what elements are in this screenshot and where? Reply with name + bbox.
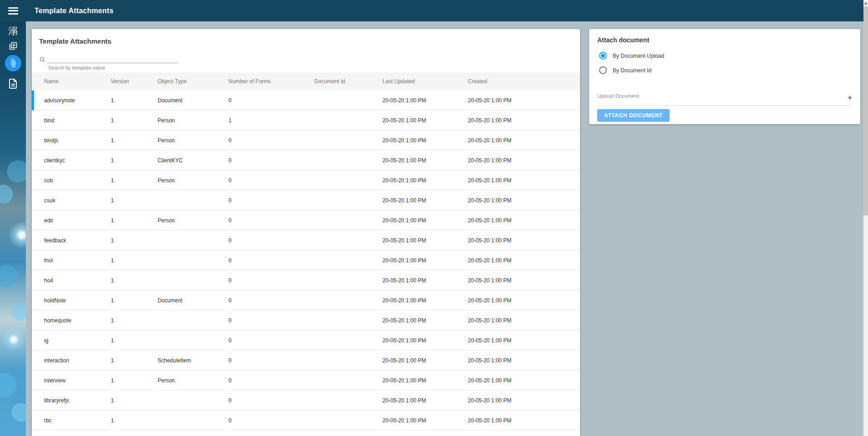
cell-version: 1 (111, 337, 158, 344)
cell-last-updated: 20-05-20 1:00 PM (382, 217, 468, 224)
sidebar-item-attachments[interactable] (0, 55, 26, 71)
col-header-last-updated[interactable]: Last Updated (382, 78, 468, 85)
cell-created: 20-05-20 1:00 PM (468, 337, 573, 344)
table-row[interactable]: edit 1 Person 0 20-05-20 1:00 PM 20-05-2… (32, 210, 580, 231)
cell-name: csuk (44, 197, 111, 204)
cell-last-updated: 20-05-20 1:00 PM (382, 357, 468, 364)
col-header-number-of-forms[interactable]: Number of Forms (228, 78, 314, 85)
table-row[interactable]: interaction 1 ScheduleItem 0 20-05-20 1:… (32, 351, 580, 371)
cell-object-type: Person (158, 377, 228, 384)
cell-created: 20-05-20 1:00 PM (468, 397, 573, 404)
radio-by-document-upload[interactable]: By Document Upload (599, 52, 860, 60)
cell-number-of-forms: 0 (228, 337, 314, 344)
upload-underline (597, 105, 852, 106)
col-header-object-type[interactable]: Object Type (158, 78, 228, 85)
table-row[interactable]: feedback 1 0 20-05-20 1:00 PM 20-05-20 1… (32, 231, 580, 251)
table-row[interactable]: csuk 1 0 20-05-20 1:00 PM 20-05-20 1:00 … (32, 190, 580, 210)
cell-number-of-forms: 0 (228, 397, 314, 404)
table-row[interactable]: ig 1 0 20-05-20 1:00 PM 20-05-20 1:00 PM (32, 331, 580, 351)
attach-document-panel: Attach document By Document Upload By Do… (589, 29, 860, 124)
cell-version: 1 (111, 377, 158, 384)
cell-name: holdNote (44, 297, 111, 304)
add-file-icon[interactable]: + (848, 94, 852, 101)
cell-name: libraryrefjs (44, 397, 111, 404)
paperclip-icon (9, 59, 18, 68)
cell-number-of-forms: 0 (228, 97, 314, 104)
col-header-version[interactable]: Version (111, 78, 158, 85)
attach-panel-title: Attach document (589, 29, 860, 44)
search-placeholder-label: Search by template name (48, 65, 105, 70)
cell-version: 1 (111, 317, 158, 324)
table-row[interactable]: holdNote 1 Document 0 20-05-20 1:00 PM 2… (32, 291, 580, 311)
app-header: Template Attachments (0, 0, 863, 21)
radio-by-document-id[interactable]: By Document Id (599, 66, 860, 74)
table-row[interactable]: homequote 1 0 20-05-20 1:00 PM 20-05-20 … (32, 311, 580, 331)
table-row[interactable]: advisorynote 1 Document 0 20-05-20 1:00 … (32, 90, 580, 110)
attach-document-button[interactable]: ATTACH DOCUMENT (597, 109, 670, 121)
template-attachments-card: Template Attachments Search by template … (32, 29, 580, 436)
cell-created: 20-05-20 1:00 PM (468, 237, 573, 244)
active-item-circle (5, 55, 21, 71)
cell-number-of-forms: 0 (228, 417, 314, 424)
cell-number-of-forms: 0 (228, 137, 314, 144)
cell-name: advisorynote (44, 97, 111, 104)
table-row[interactable]: bind 1 Person 1 20-05-20 1:00 PM 20-05-2… (32, 110, 580, 130)
table-row[interactable]: interview 1 Person 0 20-05-20 1:00 PM 20… (32, 371, 580, 391)
table-row[interactable]: cob 1 Person 0 20-05-20 1:00 PM 20-05-20… (32, 170, 580, 190)
cell-last-updated: 20-05-20 1:00 PM (382, 97, 468, 104)
table-row[interactable]: clientkyc 1 ClientKYC 0 20-05-20 1:00 PM… (32, 150, 580, 170)
cell-object-type: Document (158, 97, 228, 104)
cell-object-type: Person (158, 117, 228, 124)
upload-document-label: Upload Document (597, 93, 852, 99)
cell-created: 20-05-20 1:00 PM (468, 377, 573, 384)
card-title: Template Attachments (32, 29, 580, 45)
table-row[interactable]: ho4 1 0 20-05-20 1:00 PM 20-05-20 1:00 P… (32, 271, 580, 291)
search-block: Search by template name (39, 49, 573, 72)
search-input[interactable] (47, 53, 178, 63)
cell-created: 20-05-20 1:00 PM (468, 197, 573, 204)
vertical-scrollbar[interactable] (863, 0, 868, 436)
library-books-icon[interactable] (0, 41, 26, 50)
sidebar: 溺 (0, 21, 26, 436)
cell-number-of-forms: 0 (228, 377, 314, 384)
cell-name: interaction (44, 357, 111, 364)
cell-number-of-forms: 0 (228, 257, 314, 264)
upload-document-field[interactable]: Upload Document + (597, 93, 852, 106)
radio-unselected-icon (599, 66, 607, 74)
table-row[interactable]: bindjs 1 Person 0 20-05-20 1:00 PM 20-05… (32, 130, 580, 150)
menu-icon[interactable] (8, 7, 18, 15)
cell-name: edit (44, 217, 111, 224)
cell-number-of-forms: 0 (228, 357, 314, 364)
cell-number-of-forms: 0 (228, 217, 314, 224)
cell-last-updated: 20-05-20 1:00 PM (382, 337, 468, 344)
search-underline (47, 63, 178, 63)
cell-last-updated: 20-05-20 1:00 PM (382, 237, 468, 244)
cell-version: 1 (111, 177, 158, 184)
cell-number-of-forms: 0 (228, 277, 314, 284)
logo-glyph-icon[interactable]: 溺 (0, 26, 26, 35)
table-row[interactable]: rbc 1 0 20-05-20 1:00 PM 20-05-20 1:00 P… (32, 411, 580, 431)
cell-version: 1 (111, 397, 158, 404)
cell-number-of-forms: 0 (228, 297, 314, 304)
cell-last-updated: 20-05-20 1:00 PM (382, 297, 468, 304)
cell-name: feedback (44, 237, 111, 244)
scrollbar-thumb[interactable] (863, 6, 868, 215)
cell-name: clientkyc (44, 157, 111, 164)
col-header-created[interactable]: Created (468, 78, 573, 85)
document-icon[interactable] (0, 79, 26, 89)
cell-object-type: Document (158, 297, 228, 304)
scroll-up-arrow-icon[interactable] (864, 2, 868, 5)
cell-name: ig (44, 337, 111, 344)
cell-object-type: ScheduleItem (158, 357, 228, 364)
table-row[interactable]: fnol 1 0 20-05-20 1:00 PM 20-05-20 1:00 … (32, 251, 580, 271)
table-body: advisorynote 1 Document 0 20-05-20 1:00 … (32, 90, 580, 431)
cell-created: 20-05-20 1:00 PM (468, 297, 573, 304)
cell-number-of-forms: 0 (228, 237, 314, 244)
search-icon (40, 57, 45, 63)
table-row[interactable]: libraryrefjs 1 0 20-05-20 1:00 PM 20-05-… (32, 391, 580, 411)
col-header-name[interactable]: Name (44, 78, 111, 85)
cell-last-updated: 20-05-20 1:00 PM (382, 117, 468, 124)
logo-glyph-text: 溺 (9, 26, 18, 35)
cell-created: 20-05-20 1:00 PM (468, 217, 573, 224)
col-header-document-id[interactable]: Document Id (314, 78, 382, 85)
